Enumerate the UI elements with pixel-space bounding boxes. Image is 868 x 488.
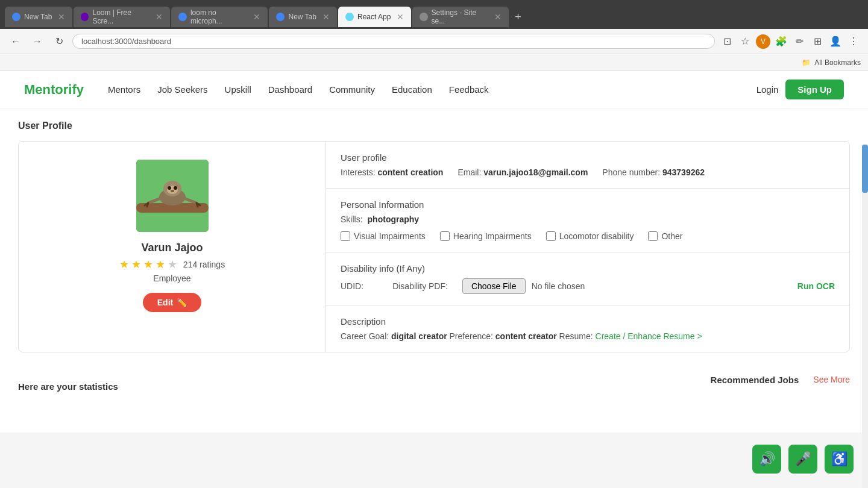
- description-label: Description: [341, 316, 835, 327]
- choose-file-button[interactable]: Choose File: [462, 278, 526, 294]
- login-button[interactable]: Login: [756, 84, 779, 95]
- tab-label-settings: Settings - Site se...: [432, 8, 489, 25]
- desc-row: Career Goal: digital creator Preference:…: [341, 331, 835, 341]
- tab-newtab2[interactable]: New Tab ✕: [269, 7, 336, 27]
- tab-label-reactapp: React App: [357, 13, 391, 21]
- edit-label: Edit: [157, 298, 173, 307]
- svg-point-5: [168, 186, 171, 190]
- nav-icons: ⊡ ☆ V 🧩 ✏ ⊞ 👤 ⋮: [720, 34, 861, 49]
- udid-label: UDID:: [341, 281, 363, 291]
- label-other: Other: [661, 231, 682, 241]
- star-4: ★: [156, 258, 165, 271]
- disability-other: Other: [648, 231, 682, 241]
- tab-close-newtab1[interactable]: ✕: [58, 12, 65, 22]
- scrollbar-thumb[interactable]: [862, 145, 868, 193]
- career-goal-label: Career Goal:: [341, 331, 391, 341]
- profile-left: Varun Jajoo ★ ★ ★ ★ ★ 214 ratings Employ…: [19, 142, 326, 352]
- disability-info-block: Disability info (If Any) UDID: Disabilit…: [326, 252, 849, 305]
- scrollbar-track: [862, 145, 868, 433]
- tab-reactapp[interactable]: React App ✕: [338, 7, 411, 27]
- email-item: Email: varun.jajoo18@gmail.com: [458, 167, 588, 177]
- stats-section: Here are your statistics: [18, 381, 118, 392]
- tab-close-settings[interactable]: ✕: [494, 12, 502, 22]
- nav-education[interactable]: Education: [392, 84, 432, 95]
- logo[interactable]: Mentorify: [24, 82, 84, 98]
- profile-right: User profile Interests: content creation…: [326, 142, 849, 352]
- edit-button[interactable]: Edit ✏️: [143, 293, 201, 312]
- run-ocr-link[interactable]: Run OCR: [797, 281, 835, 291]
- no-file-text: No file chosen: [532, 281, 585, 291]
- interests-label: Interests:: [341, 167, 376, 177]
- checkbox-locomotor[interactable]: [546, 231, 556, 241]
- tab-label-loom: Loom | Free Scre...: [92, 8, 149, 25]
- nav-community[interactable]: Community: [329, 84, 375, 95]
- label-hearing: Hearing Impairments: [453, 231, 532, 241]
- personal-info-block: Personal Information Skills: photography…: [326, 189, 849, 252]
- bottom-row: Here are your statistics Recommended Job…: [18, 367, 850, 392]
- phone-value: 943739262: [662, 167, 705, 177]
- bookmark-icon[interactable]: ☆: [738, 34, 752, 49]
- pen-icon[interactable]: ✏: [792, 34, 807, 49]
- disability-visual: Visual Impairments: [341, 231, 426, 241]
- profile-icon[interactable]: 👤: [828, 34, 843, 49]
- screen-capture-icon[interactable]: ⊡: [720, 34, 734, 49]
- tab-close-loom[interactable]: ✕: [156, 12, 163, 22]
- tab-loom[interactable]: Loom | Free Scre... ✕: [74, 7, 170, 27]
- rec-jobs-title: Recommended Jobs: [711, 375, 799, 385]
- star-1: ★: [119, 258, 129, 271]
- tab-label-loom2: loom no microph...: [190, 8, 248, 25]
- description-block: Description Career Goal: digital creator…: [326, 305, 849, 352]
- tab-newtab1[interactable]: New Tab ✕: [5, 7, 72, 27]
- nav-feedback[interactable]: Feedback: [449, 84, 489, 95]
- extensions-icon[interactable]: ⊞: [810, 34, 825, 49]
- tab-icon-settings: [420, 13, 427, 21]
- new-tab-button[interactable]: +: [510, 8, 526, 26]
- tab-close-newtab2[interactable]: ✕: [322, 12, 330, 22]
- checkbox-other[interactable]: [648, 231, 658, 241]
- nav-upskill[interactable]: Upskill: [225, 84, 251, 95]
- preference-value: content creator: [495, 331, 557, 341]
- tab-settings[interactable]: Settings - Site se... ✕: [412, 7, 509, 27]
- forward-button[interactable]: →: [29, 33, 46, 50]
- avatar: [136, 160, 209, 232]
- file-input-area: Choose File No file chosen: [462, 278, 585, 294]
- tab-close-reactapp[interactable]: ✕: [397, 12, 404, 22]
- main-content: User Profile: [0, 108, 868, 404]
- stats-title: Here are your statistics: [18, 381, 118, 392]
- profile-role: Employee: [153, 274, 190, 283]
- bookmarks-folder-icon: 📁: [802, 58, 811, 67]
- svg-point-6: [174, 186, 177, 190]
- menu-icon[interactable]: ⋮: [846, 34, 861, 49]
- nav-mentors[interactable]: Mentors: [108, 84, 140, 95]
- rec-jobs-row: Recommended Jobs See More: [711, 375, 850, 385]
- signup-button[interactable]: Sign Up: [785, 80, 844, 99]
- profile-avatar-icon[interactable]: V: [756, 34, 770, 49]
- tab-icon-newtab1: [12, 13, 20, 21]
- all-bookmarks-label[interactable]: All Bookmarks: [814, 58, 861, 67]
- phone-item: Phone number: 943739262: [602, 167, 705, 177]
- tab-label-newtab1: New Tab: [24, 13, 52, 21]
- checkbox-hearing[interactable]: [440, 231, 450, 241]
- tab-loom2[interactable]: loom no microph... ✕: [171, 7, 268, 27]
- tab-icon-loom: [81, 13, 89, 21]
- resume-link[interactable]: Create / Enhance Resume >: [596, 331, 702, 341]
- nav-jobseekers[interactable]: Job Seekers: [157, 84, 207, 95]
- disability-info-label: Disability info (If Any): [341, 263, 835, 274]
- app: Mentorify Mentors Job Seekers Upskill Da…: [0, 71, 868, 433]
- checkbox-visual[interactable]: [341, 231, 350, 241]
- reload-button[interactable]: ↻: [51, 33, 68, 50]
- skills-row: Skills: photography: [341, 214, 835, 224]
- extension-icon[interactable]: 🧩: [774, 34, 788, 49]
- page-title: User Profile: [18, 120, 850, 131]
- profile-section: Varun Jajoo ★ ★ ★ ★ ★ 214 ratings Employ…: [18, 141, 850, 352]
- star-5: ★: [168, 258, 177, 271]
- back-button[interactable]: ←: [7, 33, 24, 50]
- nav-dashboard[interactable]: Dashboard: [268, 84, 312, 95]
- nav-links: Mentors Job Seekers Upskill Dashboard Co…: [108, 84, 756, 95]
- user-profile-label: User profile: [341, 152, 835, 163]
- email-value: varun.jajoo18@gmail.com: [483, 167, 588, 177]
- address-bar[interactable]: localhost:3000/dashboard: [72, 34, 715, 49]
- see-more-link[interactable]: See More: [813, 375, 850, 384]
- tab-close-loom2[interactable]: ✕: [253, 12, 260, 22]
- svg-line-13: [197, 203, 198, 207]
